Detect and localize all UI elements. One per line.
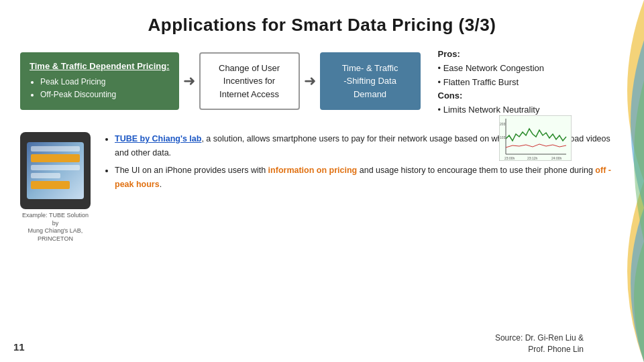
- pros-label: Pros:: [438, 49, 460, 59]
- tube-lab-link: TUBE by Chiang's lab: [115, 134, 201, 143]
- decorative-curves: [597, 0, 644, 362]
- page-title: Applications for Smart Data Pricing (3/3…: [0, 0, 644, 45]
- bullet2-suffix: and usage history to encourage them to u…: [357, 166, 595, 175]
- change-user-line2: Incentives for: [211, 74, 288, 88]
- phone-image: [20, 132, 91, 209]
- page-number: 11: [13, 341, 25, 353]
- source-line2: Prof. Phone Lin: [495, 344, 584, 355]
- phone-row-4: [31, 181, 70, 189]
- phone-row: [31, 146, 80, 152]
- mini-graph: 23:00h 23:12h 24:00h 203 103: [499, 115, 572, 161]
- change-user-line1: Change of User: [211, 62, 288, 75]
- pros-cons: Pros: • Ease Network Congestion • Flatte…: [438, 48, 624, 117]
- arrow-1: ➜: [183, 72, 195, 90]
- bottom-item-2: The UI on an iPhone provides users with …: [115, 164, 624, 191]
- source-line1: Source: Dr. Gi-Ren Liu &: [495, 333, 584, 344]
- box-change-user: Change of User Incentives for Internet A…: [199, 52, 300, 111]
- box-time-traffic: Time & Traffic Dependent Pricing: Peak L…: [20, 52, 179, 110]
- change-user-line3: Internet Access: [211, 88, 288, 101]
- shifting-line3: Demand: [331, 88, 410, 101]
- bullet2-prefix: The UI on an iPhone provides users with: [115, 166, 268, 175]
- svg-text:103: 103: [500, 135, 506, 139]
- cons-item-1: • Limits Network Neutrality: [438, 105, 540, 115]
- phone-screen: [27, 142, 84, 199]
- pros-cons-section: Pros: • Ease Network Congestion • Flatte…: [433, 45, 624, 117]
- pros-item-2: • Flatten Traffic Burst: [438, 77, 519, 87]
- phone-caption: Example: TUBE Solution by Mung Chiang's …: [20, 212, 91, 243]
- arrow-2: ➜: [304, 72, 316, 90]
- phone-row-2: [31, 165, 80, 170]
- list-item: Peak Load Pricing: [40, 76, 170, 88]
- box-shifting: Time- & Traffic -Shifting Data Demand: [320, 52, 421, 111]
- bullet2-end: .: [160, 180, 162, 189]
- phone-row-orange: [31, 154, 80, 162]
- cons-label: Cons:: [438, 90, 463, 101]
- info-pricing-highlight: information on pricing: [268, 166, 358, 175]
- time-traffic-title: Time & Traffic Dependent Pricing:: [30, 60, 170, 72]
- phone-row-3: [31, 173, 60, 178]
- shifting-line2: -Shifting Data: [331, 74, 410, 88]
- svg-text:23:12h: 23:12h: [527, 156, 538, 160]
- flow-diagram: Time & Traffic Dependent Pricing: Peak L…: [20, 45, 624, 117]
- svg-text:203: 203: [500, 122, 506, 126]
- list-item: Off-Peak Discounting: [40, 89, 170, 101]
- pros-item-1: • Ease Network Congestion: [438, 63, 544, 73]
- source-text: Source: Dr. Gi-Ren Liu & Prof. Phone Lin: [495, 333, 584, 355]
- shifting-line1: Time- & Traffic: [331, 62, 410, 75]
- svg-text:23:00h: 23:00h: [504, 156, 515, 160]
- time-traffic-list: Peak Load Pricing Off-Peak Discounting: [30, 76, 170, 101]
- svg-text:24:00h: 24:00h: [551, 156, 562, 160]
- phone-container: Example: TUBE Solution by Mung Chiang's …: [20, 132, 91, 243]
